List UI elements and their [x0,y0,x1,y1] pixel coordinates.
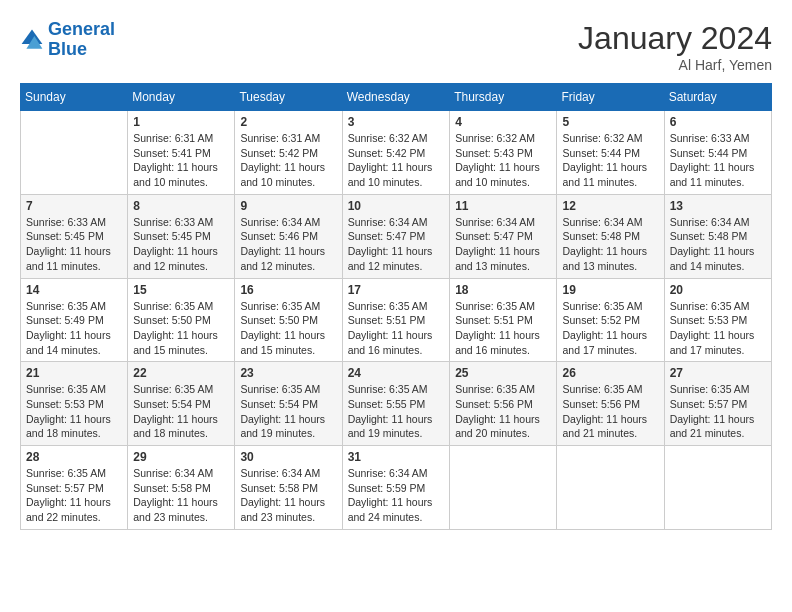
logo: General Blue [20,20,115,60]
calendar-table: SundayMondayTuesdayWednesdayThursdayFrid… [20,83,772,530]
weekday-header: Thursday [450,84,557,111]
day-info: Sunrise: 6:35 AMSunset: 5:49 PMDaylight:… [26,299,122,358]
day-info: Sunrise: 6:35 AMSunset: 5:50 PMDaylight:… [133,299,229,358]
day-number: 22 [133,366,229,380]
day-number: 29 [133,450,229,464]
calendar-cell: 3 Sunrise: 6:32 AMSunset: 5:42 PMDayligh… [342,111,449,195]
calendar-cell: 16 Sunrise: 6:35 AMSunset: 5:50 PMDaylig… [235,278,342,362]
page-header: General Blue January 2024 Al Harf, Yemen [20,20,772,73]
weekday-header: Wednesday [342,84,449,111]
calendar-cell: 11 Sunrise: 6:34 AMSunset: 5:47 PMDaylig… [450,194,557,278]
weekday-header: Sunday [21,84,128,111]
day-number: 25 [455,366,551,380]
calendar-cell [664,446,771,530]
calendar-cell: 13 Sunrise: 6:34 AMSunset: 5:48 PMDaylig… [664,194,771,278]
day-info: Sunrise: 6:35 AMSunset: 5:56 PMDaylight:… [455,382,551,441]
day-number: 17 [348,283,444,297]
weekday-header-row: SundayMondayTuesdayWednesdayThursdayFrid… [21,84,772,111]
day-number: 30 [240,450,336,464]
calendar-cell [450,446,557,530]
day-number: 5 [562,115,658,129]
day-info: Sunrise: 6:35 AMSunset: 5:55 PMDaylight:… [348,382,444,441]
weekday-header: Saturday [664,84,771,111]
day-info: Sunrise: 6:35 AMSunset: 5:52 PMDaylight:… [562,299,658,358]
calendar-week-row: 21 Sunrise: 6:35 AMSunset: 5:53 PMDaylig… [21,362,772,446]
day-number: 16 [240,283,336,297]
day-info: Sunrise: 6:35 AMSunset: 5:56 PMDaylight:… [562,382,658,441]
day-info: Sunrise: 6:31 AMSunset: 5:41 PMDaylight:… [133,131,229,190]
calendar-cell: 4 Sunrise: 6:32 AMSunset: 5:43 PMDayligh… [450,111,557,195]
day-info: Sunrise: 6:35 AMSunset: 5:57 PMDaylight:… [26,466,122,525]
day-info: Sunrise: 6:34 AMSunset: 5:48 PMDaylight:… [562,215,658,274]
calendar-cell: 6 Sunrise: 6:33 AMSunset: 5:44 PMDayligh… [664,111,771,195]
day-number: 19 [562,283,658,297]
day-number: 21 [26,366,122,380]
logo-blue: Blue [48,40,115,60]
calendar-cell: 9 Sunrise: 6:34 AMSunset: 5:46 PMDayligh… [235,194,342,278]
calendar-cell: 8 Sunrise: 6:33 AMSunset: 5:45 PMDayligh… [128,194,235,278]
calendar-cell: 1 Sunrise: 6:31 AMSunset: 5:41 PMDayligh… [128,111,235,195]
title-block: January 2024 Al Harf, Yemen [578,20,772,73]
day-number: 24 [348,366,444,380]
calendar-cell: 24 Sunrise: 6:35 AMSunset: 5:55 PMDaylig… [342,362,449,446]
day-info: Sunrise: 6:35 AMSunset: 5:51 PMDaylight:… [348,299,444,358]
calendar-cell: 2 Sunrise: 6:31 AMSunset: 5:42 PMDayligh… [235,111,342,195]
day-number: 18 [455,283,551,297]
day-info: Sunrise: 6:34 AMSunset: 5:58 PMDaylight:… [133,466,229,525]
calendar-cell: 27 Sunrise: 6:35 AMSunset: 5:57 PMDaylig… [664,362,771,446]
calendar-cell: 22 Sunrise: 6:35 AMSunset: 5:54 PMDaylig… [128,362,235,446]
day-info: Sunrise: 6:33 AMSunset: 5:44 PMDaylight:… [670,131,766,190]
day-info: Sunrise: 6:33 AMSunset: 5:45 PMDaylight:… [133,215,229,274]
calendar-cell: 18 Sunrise: 6:35 AMSunset: 5:51 PMDaylig… [450,278,557,362]
logo-text: General Blue [48,20,115,60]
weekday-header: Monday [128,84,235,111]
calendar-cell: 28 Sunrise: 6:35 AMSunset: 5:57 PMDaylig… [21,446,128,530]
calendar-cell: 20 Sunrise: 6:35 AMSunset: 5:53 PMDaylig… [664,278,771,362]
month-title: January 2024 [578,20,772,57]
logo-general: General [48,19,115,39]
calendar-cell: 26 Sunrise: 6:35 AMSunset: 5:56 PMDaylig… [557,362,664,446]
calendar-week-row: 28 Sunrise: 6:35 AMSunset: 5:57 PMDaylig… [21,446,772,530]
calendar-cell: 23 Sunrise: 6:35 AMSunset: 5:54 PMDaylig… [235,362,342,446]
day-info: Sunrise: 6:34 AMSunset: 5:48 PMDaylight:… [670,215,766,274]
day-info: Sunrise: 6:32 AMSunset: 5:44 PMDaylight:… [562,131,658,190]
calendar-cell: 29 Sunrise: 6:34 AMSunset: 5:58 PMDaylig… [128,446,235,530]
day-info: Sunrise: 6:34 AMSunset: 5:47 PMDaylight:… [348,215,444,274]
day-info: Sunrise: 6:34 AMSunset: 5:47 PMDaylight:… [455,215,551,274]
calendar-week-row: 1 Sunrise: 6:31 AMSunset: 5:41 PMDayligh… [21,111,772,195]
day-info: Sunrise: 6:32 AMSunset: 5:43 PMDaylight:… [455,131,551,190]
day-info: Sunrise: 6:35 AMSunset: 5:54 PMDaylight:… [240,382,336,441]
day-number: 27 [670,366,766,380]
calendar-cell: 19 Sunrise: 6:35 AMSunset: 5:52 PMDaylig… [557,278,664,362]
day-number: 3 [348,115,444,129]
calendar-cell [557,446,664,530]
day-info: Sunrise: 6:33 AMSunset: 5:45 PMDaylight:… [26,215,122,274]
weekday-header: Friday [557,84,664,111]
day-info: Sunrise: 6:34 AMSunset: 5:58 PMDaylight:… [240,466,336,525]
calendar-week-row: 14 Sunrise: 6:35 AMSunset: 5:49 PMDaylig… [21,278,772,362]
day-info: Sunrise: 6:31 AMSunset: 5:42 PMDaylight:… [240,131,336,190]
day-number: 7 [26,199,122,213]
calendar-cell: 7 Sunrise: 6:33 AMSunset: 5:45 PMDayligh… [21,194,128,278]
day-info: Sunrise: 6:35 AMSunset: 5:57 PMDaylight:… [670,382,766,441]
day-info: Sunrise: 6:35 AMSunset: 5:54 PMDaylight:… [133,382,229,441]
calendar-week-row: 7 Sunrise: 6:33 AMSunset: 5:45 PMDayligh… [21,194,772,278]
calendar-cell: 14 Sunrise: 6:35 AMSunset: 5:49 PMDaylig… [21,278,128,362]
day-number: 6 [670,115,766,129]
day-number: 2 [240,115,336,129]
day-info: Sunrise: 6:35 AMSunset: 5:51 PMDaylight:… [455,299,551,358]
day-number: 8 [133,199,229,213]
day-number: 14 [26,283,122,297]
day-number: 10 [348,199,444,213]
day-number: 12 [562,199,658,213]
day-info: Sunrise: 6:35 AMSunset: 5:50 PMDaylight:… [240,299,336,358]
calendar-cell: 31 Sunrise: 6:34 AMSunset: 5:59 PMDaylig… [342,446,449,530]
day-info: Sunrise: 6:34 AMSunset: 5:59 PMDaylight:… [348,466,444,525]
calendar-cell: 15 Sunrise: 6:35 AMSunset: 5:50 PMDaylig… [128,278,235,362]
calendar-cell: 12 Sunrise: 6:34 AMSunset: 5:48 PMDaylig… [557,194,664,278]
day-number: 23 [240,366,336,380]
calendar-cell: 17 Sunrise: 6:35 AMSunset: 5:51 PMDaylig… [342,278,449,362]
day-number: 15 [133,283,229,297]
calendar-cell: 21 Sunrise: 6:35 AMSunset: 5:53 PMDaylig… [21,362,128,446]
calendar-cell [21,111,128,195]
